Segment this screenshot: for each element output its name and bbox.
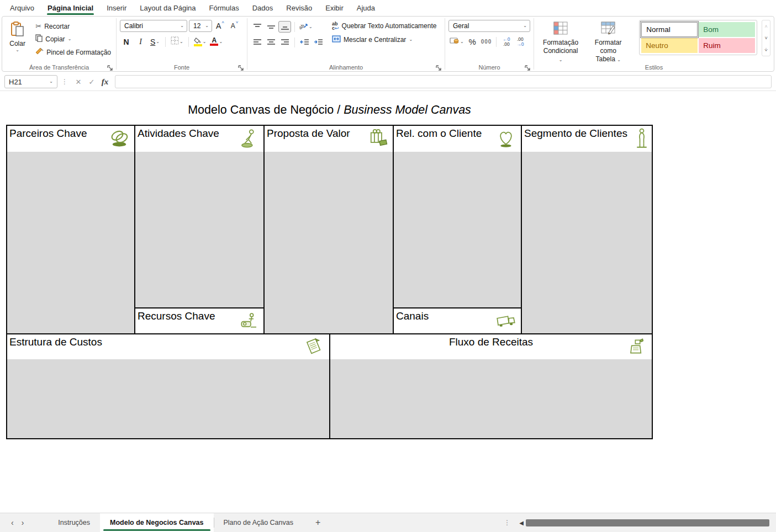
format-as-table-button[interactable]: Formatar comoTabela ⌄ bbox=[585, 20, 631, 65]
align-center-button[interactable] bbox=[265, 36, 277, 48]
borders-button[interactable]: ⌄ bbox=[170, 36, 184, 47]
group-number: Geral ⌄ ⌄ % 000 ←0.00 .00→0 bbox=[445, 17, 534, 71]
cancel-button[interactable]: ✕ bbox=[72, 76, 85, 88]
worksheet[interactable]: Modelo Canvas de Negócio / Business Mode… bbox=[0, 92, 776, 513]
receipt-icon bbox=[303, 336, 326, 359]
canvas-section-rel-com-o-cliente[interactable]: Rel. com o Cliente bbox=[394, 126, 521, 308]
canvas-body-receitas[interactable] bbox=[330, 359, 652, 438]
align-left-button[interactable] bbox=[251, 36, 263, 48]
wrap-text-button[interactable]: ab c↩ Quebrar Texto Automaticamente bbox=[330, 21, 438, 31]
menu-tab-arquivo[interactable]: Arquivo bbox=[3, 0, 41, 16]
canvas-body-custos[interactable] bbox=[7, 359, 329, 438]
group-styles: FormataçãoCondicional ⌄ Formatar comoTab… bbox=[534, 17, 774, 71]
canvas-body-proposta[interactable] bbox=[265, 152, 393, 333]
styles-gallery-scroll: ˄ ˅ ⩒ bbox=[762, 20, 770, 56]
formula-input[interactable] bbox=[115, 75, 772, 88]
name-box[interactable]: H21 ⌄ bbox=[4, 75, 57, 88]
canvas-body-segmento[interactable] bbox=[522, 152, 652, 333]
enter-button[interactable]: ✓ bbox=[85, 76, 98, 88]
canvas-section-estrutura-de-custos[interactable]: Estrutura de Custos bbox=[7, 334, 329, 438]
align-bottom-button[interactable] bbox=[278, 21, 291, 33]
align-middle-button[interactable] bbox=[265, 21, 277, 33]
sheet-tab-instrucoes[interactable]: Instruções bbox=[48, 513, 100, 532]
check-icon: ✓ bbox=[89, 78, 95, 86]
group-alignment: ab ⌄ bbox=[247, 17, 445, 71]
canvas-section-fluxo-de-receitas[interactable]: Fluxo de Receitas bbox=[330, 334, 652, 438]
canvas-section-proposta-de-valor[interactable]: Proposta de Valor bbox=[265, 126, 393, 333]
copy-button[interactable]: Copiar ⌄ bbox=[34, 34, 113, 44]
cancel-icon: ✕ bbox=[76, 78, 82, 86]
insert-function-button[interactable]: fx bbox=[98, 76, 112, 88]
heart-icon bbox=[494, 127, 518, 150]
style-bom[interactable]: Bom bbox=[699, 22, 755, 37]
format-painter-icon bbox=[35, 47, 44, 57]
font-size-select[interactable]: 12 ⌄ bbox=[189, 20, 212, 32]
cut-button[interactable]: ✂ Recortar bbox=[34, 22, 113, 31]
style-ruim[interactable]: Ruim bbox=[699, 38, 755, 53]
canvas-section-segmento-de-clientes[interactable]: Segmento de Clientes bbox=[522, 126, 652, 333]
font-color-button[interactable]: A ⌄ bbox=[209, 36, 224, 47]
dialog-launcher-icon[interactable] bbox=[238, 63, 244, 70]
canvas-body-relacionamento[interactable] bbox=[394, 152, 521, 307]
format-painter-button[interactable]: Pincel de Formatação bbox=[34, 47, 113, 57]
percent-style-button[interactable]: % bbox=[466, 36, 479, 47]
align-right-button[interactable] bbox=[278, 36, 291, 48]
canvas-section-atividades-chave[interactable]: Atividades Chave bbox=[135, 126, 263, 308]
fill-color-button[interactable]: ⌄ bbox=[193, 36, 208, 47]
style-normal[interactable]: Normal bbox=[641, 22, 698, 37]
merge-center-button[interactable]: Mesclar e Centralizar ⌄ bbox=[330, 35, 438, 45]
gallery-scroll-down-icon[interactable]: ˅ bbox=[763, 33, 769, 44]
font-family-select[interactable]: Calibri ⌄ bbox=[120, 20, 187, 32]
chevron-down-icon: ⌄ bbox=[180, 24, 184, 28]
menu-tab-dados[interactable]: Dados bbox=[246, 0, 280, 16]
comma-style-button[interactable]: 000 bbox=[480, 36, 493, 47]
scroll-left-icon[interactable]: ◀ bbox=[519, 520, 524, 526]
sheet-tab-plano-de-acao-canvas[interactable]: Plano de Ação Canvas bbox=[214, 513, 303, 532]
decrease-indent-button[interactable] bbox=[298, 36, 311, 48]
paste-button[interactable]: Colar ⌄ bbox=[6, 20, 29, 62]
menu-tab-layout-da-pagina[interactable]: Layout da Página bbox=[133, 0, 202, 16]
machine-operator-icon bbox=[237, 310, 260, 333]
gallery-more-icon[interactable]: ⩒ bbox=[763, 44, 769, 55]
canvas-body-atividades[interactable] bbox=[135, 152, 263, 307]
increase-font-size-button[interactable]: A˄ bbox=[214, 20, 226, 32]
decrease-decimal-button[interactable]: .00→0 bbox=[514, 36, 526, 47]
align-top-icon bbox=[253, 23, 262, 30]
new-sheet-button[interactable]: + bbox=[303, 513, 332, 532]
accounting-format-button[interactable]: ⌄ bbox=[448, 36, 465, 47]
tabbar-resize-handle[interactable]: ⋮ bbox=[504, 513, 510, 532]
gallery-scroll-up-icon[interactable]: ˄ bbox=[763, 21, 769, 32]
menu-tab-pagina-inicial[interactable]: Página Inicial bbox=[41, 0, 100, 16]
dialog-launcher-icon[interactable] bbox=[436, 63, 442, 70]
horizontal-scrollbar[interactable]: ◀ bbox=[519, 513, 774, 532]
orientation-button[interactable]: ab ⌄ bbox=[298, 21, 314, 33]
underline-button[interactable]: S⌄ bbox=[149, 36, 161, 47]
prev-sheet-icon[interactable]: ‹ bbox=[11, 518, 14, 527]
decrease-font-size-button[interactable]: A˅ bbox=[228, 20, 241, 32]
canvas-section-parceiros-chave[interactable]: Parceiros Chave bbox=[7, 126, 134, 333]
bold-button[interactable]: N bbox=[120, 36, 133, 47]
next-sheet-icon[interactable]: › bbox=[22, 518, 24, 527]
sheet-tab-modelo-de-negocios-canvas[interactable]: Modelo de Negocios Canvas bbox=[100, 513, 213, 532]
scrollbar-thumb[interactable] bbox=[526, 519, 769, 526]
menu-tab-ajuda[interactable]: Ajuda bbox=[350, 0, 382, 16]
menu-tab-inserir[interactable]: Inserir bbox=[100, 0, 133, 16]
scrollbar-track[interactable] bbox=[526, 519, 774, 526]
dialog-launcher-icon[interactable] bbox=[525, 63, 531, 70]
menu-tab-formulas[interactable]: Fórmulas bbox=[203, 0, 246, 16]
dialog-launcher-icon[interactable] bbox=[107, 63, 113, 70]
increase-decimal-button[interactable]: ←0.00 bbox=[500, 36, 513, 47]
formula-bar-handle[interactable]: ⋮ bbox=[61, 78, 68, 86]
menu-tab-exibir[interactable]: Exibir bbox=[319, 0, 350, 16]
italic-button[interactable]: I bbox=[134, 36, 147, 47]
increase-indent-button[interactable] bbox=[312, 36, 325, 48]
menu-tab-revisao[interactable]: Revisão bbox=[279, 0, 319, 16]
canvas-body-parceiros[interactable] bbox=[7, 152, 134, 333]
canvas-section-recursos-chave[interactable]: Recursos Chave bbox=[135, 308, 263, 333]
paste-label: Colar bbox=[9, 40, 25, 47]
align-top-button[interactable] bbox=[251, 21, 263, 33]
number-format-select[interactable]: Geral ⌄ bbox=[448, 20, 530, 32]
style-neutro[interactable]: Neutro bbox=[641, 38, 698, 53]
canvas-section-canais[interactable]: Canais bbox=[394, 308, 521, 333]
conditional-formatting-button[interactable]: FormataçãoCondicional ⌄ bbox=[540, 20, 582, 65]
